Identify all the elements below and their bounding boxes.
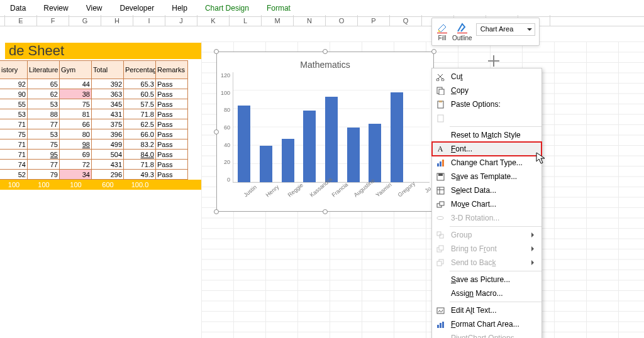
- cell[interactable]: Pass: [156, 170, 188, 180]
- ribbon-tab-review[interactable]: Review: [41, 3, 70, 14]
- cell[interactable]: 57.5: [124, 99, 156, 109]
- chart-bars[interactable]: [233, 72, 430, 183]
- bar[interactable]: [347, 128, 360, 183]
- table-row[interactable]: 55537534557.5Pass: [0, 99, 201, 109]
- column-header[interactable]: F: [37, 15, 69, 26]
- table-row[interactable]: 74777243171.8Pass: [0, 160, 201, 170]
- cell[interactable]: 77: [28, 119, 60, 129]
- ribbon-tab-developer[interactable]: Developer: [118, 3, 157, 14]
- cell[interactable]: 431: [92, 109, 124, 119]
- bar[interactable]: [369, 124, 381, 182]
- cell[interactable]: 75: [28, 139, 60, 150]
- resize-handle[interactable]: [431, 49, 436, 54]
- column-header[interactable]: N: [294, 15, 326, 26]
- ctx-save-picture[interactable]: Save as Picture...: [432, 273, 541, 286]
- cell[interactable]: Pass: [156, 139, 188, 150]
- table-row[interactable]: 52793429649.3Pass: [0, 170, 201, 180]
- cell[interactable]: 499: [92, 139, 124, 150]
- cell[interactable]: 65: [28, 79, 60, 89]
- summary-cell[interactable]: 100: [60, 180, 92, 190]
- table-header[interactable]: Total: [92, 60, 124, 79]
- cell[interactable]: 83.2: [124, 139, 156, 150]
- column-header[interactable]: I: [133, 15, 165, 26]
- cell[interactable]: 60.5: [124, 89, 156, 99]
- cell[interactable]: Pass: [156, 129, 188, 139]
- cell[interactable]: 49.3: [124, 170, 156, 180]
- cell[interactable]: Pass: [156, 150, 188, 160]
- summary-cell[interactable]: 600: [92, 180, 124, 190]
- summary-cell[interactable]: 100: [0, 180, 28, 190]
- cell[interactable]: Pass: [156, 89, 188, 99]
- bar[interactable]: [325, 97, 338, 182]
- resize-handle[interactable]: [214, 49, 219, 54]
- bar[interactable]: [238, 106, 250, 183]
- cell[interactable]: Pass: [156, 79, 188, 89]
- cell[interactable]: 79: [28, 170, 60, 180]
- table-header[interactable]: Percentag: [124, 60, 156, 79]
- ctx-move-chart[interactable]: Move Chart...: [432, 197, 541, 211]
- ribbon-tab-help[interactable]: Help: [169, 3, 190, 14]
- cell[interactable]: 66: [60, 119, 92, 129]
- fill-button[interactable]: Fill: [436, 21, 448, 41]
- cell[interactable]: 392: [92, 79, 124, 89]
- ribbon-tab-view[interactable]: View: [84, 3, 105, 14]
- bar[interactable]: [260, 146, 272, 182]
- cell[interactable]: 77: [28, 160, 60, 170]
- ctx-font[interactable]: AFont...: [432, 142, 541, 156]
- table-row[interactable]: 90623836360.5Pass: [0, 89, 201, 99]
- ribbon-tab-data[interactable]: Data: [8, 3, 28, 14]
- resize-handle[interactable]: [214, 209, 219, 214]
- cell[interactable]: 71.8: [124, 160, 156, 170]
- resize-handle[interactable]: [214, 129, 219, 134]
- cell[interactable]: Pass: [156, 99, 188, 109]
- table-header[interactable]: Literature: [28, 60, 60, 79]
- column-header[interactable]: K: [197, 15, 230, 26]
- column-header[interactable]: P: [358, 15, 390, 26]
- column-header[interactable]: J: [165, 15, 197, 26]
- table-row[interactable]: 75538039666.0Pass: [0, 129, 201, 139]
- column-header[interactable]: L: [230, 15, 262, 26]
- cell[interactable]: Pass: [156, 109, 188, 119]
- column-header[interactable]: G: [69, 15, 101, 26]
- cell[interactable]: Pass: [156, 160, 188, 170]
- column-header[interactable]: O: [326, 15, 358, 26]
- cell[interactable]: 34: [60, 170, 92, 180]
- cell[interactable]: 71.8: [124, 109, 156, 119]
- cell[interactable]: 71: [0, 119, 28, 129]
- cell[interactable]: 84.0: [124, 150, 156, 160]
- cell[interactable]: 90: [0, 89, 28, 99]
- cell[interactable]: 88: [28, 109, 60, 119]
- ctx-cut[interactable]: Cut: [432, 70, 541, 84]
- chart-element-combo[interactable]: Chart Area: [476, 23, 535, 36]
- chart-title[interactable]: Mathematics: [217, 52, 433, 72]
- cell[interactable]: 95: [28, 150, 60, 160]
- table-row[interactable]: 53888143171.8Pass: [0, 109, 201, 119]
- ctx-reset-style[interactable]: Reset to Match Style: [432, 128, 541, 142]
- resize-handle[interactable]: [323, 49, 328, 54]
- cell[interactable]: 53: [28, 99, 60, 109]
- column-header[interactable]: H: [101, 15, 133, 26]
- bar[interactable]: [282, 139, 294, 182]
- table-header[interactable]: Gym: [60, 60, 92, 79]
- chart-object[interactable]: Mathematics 120100806040200 JustinHenryR…: [216, 52, 434, 212]
- outline-button[interactable]: Outline: [452, 21, 472, 41]
- cell[interactable]: 431: [92, 160, 124, 170]
- cell[interactable]: 375: [92, 119, 124, 129]
- cell[interactable]: 75: [60, 99, 92, 109]
- bar[interactable]: [303, 111, 316, 182]
- bar[interactable]: [391, 92, 403, 182]
- ribbon-tab-format[interactable]: Format: [264, 3, 293, 14]
- ctx-chart-type[interactable]: Change Chart Type...: [432, 156, 541, 170]
- cell[interactable]: 81: [60, 109, 92, 119]
- ctx-paste-options[interactable]: Paste Options:: [432, 97, 541, 111]
- resize-handle[interactable]: [323, 209, 328, 214]
- column-header[interactable]: E: [5, 15, 37, 26]
- cell[interactable]: 80: [60, 129, 92, 139]
- cell[interactable]: 62.5: [124, 119, 156, 129]
- table-header[interactable]: istory: [0, 60, 28, 79]
- cell[interactable]: Pass: [156, 119, 188, 129]
- table-row[interactable]: 92654439265.3Pass: [0, 79, 201, 89]
- cell[interactable]: 396: [92, 129, 124, 139]
- ctx-format-area[interactable]: Format Chart Area...: [432, 317, 541, 331]
- table-row[interactable]: 71776637562.5Pass: [0, 119, 201, 129]
